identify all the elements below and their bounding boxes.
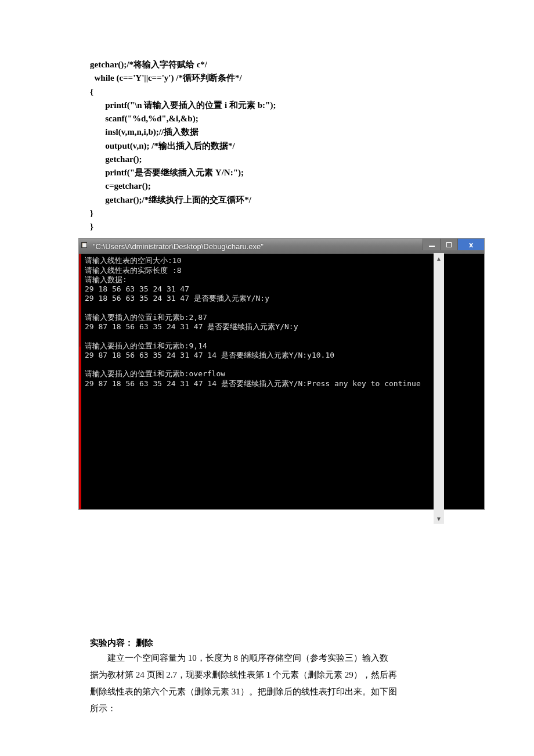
console-line: 请输入要插入的位置i和元素b:overflow — [85, 369, 225, 378]
scroll-track[interactable] — [434, 264, 444, 513]
minimize-button[interactable] — [423, 239, 440, 250]
section-title: 实验内容： 删除 — [90, 638, 444, 649]
close-icon: x — [469, 240, 473, 249]
scroll-up-icon[interactable]: ▲ — [434, 253, 444, 264]
maximize-button[interactable] — [440, 239, 457, 250]
console-line: 请输入线性表的实际长度 :8 — [85, 266, 181, 275]
code-line: while (c=='Y'||c=='y') /*循环判断条件*/ — [90, 73, 242, 82]
console-line: 请输入要插入的位置i和元素b:9,14 — [85, 341, 207, 350]
code-line: printf("\n 请输入要插入的位置 i 和元素 b:"); — [90, 100, 276, 110]
document-page: getchar();/*将输入字符赋给 c*/ while (c=='Y'||c… — [0, 0, 534, 750]
minimize-icon — [429, 246, 435, 247]
console-line: 29 87 18 56 63 35 24 31 47 是否要继续插入元素Y/N:… — [85, 322, 298, 331]
spacer — [90, 510, 444, 638]
window-title: "C:\Users\Administrator\Desktop\Debug\ch… — [93, 242, 264, 251]
maximize-icon — [446, 242, 452, 247]
scrollbar[interactable]: ▲ ▼ — [434, 253, 444, 524]
section-paragraph: 删除线性表的第六个元素（删除元素 31）。把删除后的线性表打印出来。如下图 — [90, 685, 444, 699]
console-line: 29 18 56 63 35 24 31 47 — [85, 285, 189, 293]
console-line: 29 87 18 56 63 35 24 31 47 14 是否要继续插入元素Y… — [85, 351, 334, 359]
code-line: printf("是否要继续插入元素 Y/N:"); — [90, 168, 244, 177]
section-paragraph: 所示： — [90, 701, 444, 716]
section-paragraph: 建立一个空间容量为 10，长度为 8 的顺序存储空间（参考实验三）输入数 — [90, 651, 444, 665]
console-line: 请输入线性表的空间大小:10 — [85, 256, 181, 265]
code-block: getchar();/*将输入字符赋给 c*/ while (c=='Y'||c… — [90, 58, 444, 233]
console-line: 请输入要插入的位置i和元素b:2,87 — [85, 313, 207, 322]
code-line: { — [90, 87, 93, 96]
scroll-down-icon[interactable]: ▼ — [434, 513, 444, 524]
window-controls: x — [423, 239, 484, 250]
code-line: getchar();/*将输入字符赋给 c*/ — [90, 60, 207, 69]
close-button[interactable]: x — [457, 239, 484, 250]
code-line: } — [90, 208, 93, 218]
code-line: output(v,n); /*输出插入后的数据*/ — [90, 141, 235, 150]
console-line: 29 18 56 63 35 24 31 47 是否要插入元素Y/N:y — [85, 294, 269, 303]
code-line: getchar(); — [90, 154, 142, 164]
console-line: 请输入数据: — [85, 275, 127, 284]
app-icon — [81, 242, 89, 250]
code-line: c=getchar(); — [90, 181, 151, 190]
section-paragraph: 据为教材第 24 页图 2.7，现要求删除线性表第 1 个元素（删除元素 29）… — [90, 668, 444, 682]
code-line: getchar();/*继续执行上面的交互循环*/ — [90, 195, 251, 204]
console-line: 29 87 18 56 63 35 24 31 47 14 是否要继续插入元素Y… — [85, 379, 421, 388]
code-line: scanf("%d,%d",&i,&b); — [90, 114, 199, 123]
console-window-wrapper: "C:\Users\Administrator\Desktop\Debug\ch… — [90, 238, 444, 510]
window-titlebar[interactable]: "C:\Users\Administrator\Desktop\Debug\ch… — [79, 239, 484, 254]
code-line: insl(v,m,n,i,b);//插入数据 — [90, 127, 199, 136]
console-window: "C:\Users\Administrator\Desktop\Debug\ch… — [78, 238, 485, 510]
code-line: } — [90, 222, 93, 231]
console-body[interactable]: 请输入线性表的空间大小:10 请输入线性表的实际长度 :8 请输入数据: 29 … — [79, 254, 484, 509]
console-left-accent — [79, 347, 81, 509]
